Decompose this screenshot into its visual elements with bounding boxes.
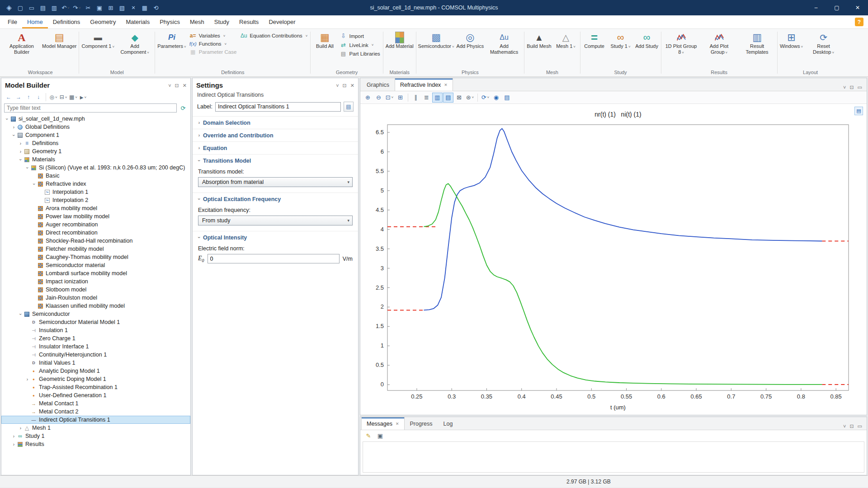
tree-item-lombardi-surface-mobility-model[interactable]: Lombardi surface mobility model xyxy=(1,269,190,277)
tree-item-zero-charge-1[interactable]: ⊣Zero Charge 1 xyxy=(1,334,190,343)
expander-icon[interactable]: › xyxy=(11,132,16,138)
section-domain-selection[interactable]: ›Domain Selection xyxy=(193,116,358,129)
tree-item-arora-mobility-model[interactable]: Arora mobility model xyxy=(1,204,190,212)
tab-refractive-index[interactable]: Refractive Index✕ xyxy=(395,78,453,91)
tree-item-auger-recombination[interactable]: Auger recombination xyxy=(1,221,190,229)
tab-graphics[interactable]: Graphics xyxy=(361,78,395,91)
panel-menu-button[interactable]: ˅ xyxy=(336,81,339,89)
legend-toggle-button[interactable]: ▤ xyxy=(443,93,453,103)
tree-item-insulation-1[interactable]: ⊣Insulation 1 xyxy=(1,326,190,334)
axis-limits-button[interactable]: ∥ xyxy=(410,93,421,103)
ribbon-result-templates-button[interactable]: ▥Result Templates xyxy=(738,30,776,56)
maximize-panel-button[interactable]: ▭ xyxy=(858,422,862,430)
tab-log[interactable]: Log xyxy=(438,417,458,430)
expander-icon[interactable]: › xyxy=(25,165,30,171)
zoom-in-button[interactable]: ⊕ xyxy=(363,93,373,103)
tree-item-semiconductor[interactable]: ›Semiconductor xyxy=(1,310,190,318)
tree-item-results[interactable]: ›Results xyxy=(1,440,190,448)
ribbon-study-1-button[interactable]: ∞Study 1˅ xyxy=(608,30,634,51)
ribbon-variables-button[interactable]: a=Variables˅ xyxy=(189,33,237,39)
ribbon-parameter-case-button[interactable]: ▦Parameter Case xyxy=(189,49,237,55)
expander-icon[interactable]: › xyxy=(18,141,24,146)
undo-button[interactable]: ↶˅ xyxy=(60,2,71,14)
ribbon-add-physics-button[interactable]: ◎Add Physics xyxy=(455,30,486,50)
model-settings-button[interactable]: ▦ xyxy=(139,2,150,14)
clear-log-button[interactable]: ✎ xyxy=(364,432,373,441)
tree-item-insulator-interface-1[interactable]: ⊣Insulator Interface 1 xyxy=(1,343,190,351)
menu-definitions[interactable]: Definitions xyxy=(48,15,85,28)
ribbon-component-1-button[interactable]: ▬Component 1˅ xyxy=(80,30,116,51)
expander-icon[interactable]: › xyxy=(32,181,37,187)
ribbon-import-button[interactable]: ⇩Import xyxy=(340,33,380,39)
section-transitions-model[interactable]: ›Transitions Model xyxy=(193,154,358,167)
tree-item-user-defined-generation-1[interactable]: ●User-Defined Generation 1 xyxy=(1,391,190,399)
tree-item-power-law-mobility-model[interactable]: Power law mobility model xyxy=(1,212,190,221)
menu-results[interactable]: Results xyxy=(234,15,264,28)
ribbon-livelink-button[interactable]: ⇄LiveLink˅ xyxy=(340,42,380,48)
snapshot-button[interactable]: ◉ xyxy=(491,93,501,103)
expander-icon[interactable]: › xyxy=(11,125,17,130)
filter-input[interactable] xyxy=(4,103,177,113)
expander-icon[interactable]: › xyxy=(18,157,23,163)
electric-field-norm-input[interactable] xyxy=(208,254,340,263)
section-optical-excitation-frequency[interactable]: ›Optical Excitation Frequency xyxy=(193,192,358,205)
tree-item-component-1[interactable]: ›Component 1 xyxy=(1,131,190,139)
lock-axes-button[interactable]: ⊠ xyxy=(454,93,464,103)
print-button[interactable]: ▤ xyxy=(502,93,512,103)
ribbon-build-all-button[interactable]: ▦Build All xyxy=(311,30,338,50)
tab-progress[interactable]: Progress xyxy=(405,417,438,430)
ribbon-semiconductor-button[interactable]: ▩Semiconductor˅ xyxy=(417,30,455,51)
tree-item-basic[interactable]: Basic xyxy=(1,172,190,180)
tree-item-si-solar-cell-1d-new-mph[interactable]: ›si_solar_cell_1d_new.mph xyxy=(1,115,190,123)
tree-item-materials[interactable]: ›Materials xyxy=(1,155,190,164)
maximize-panel-button[interactable]: ▭ xyxy=(858,83,862,91)
minimize-button[interactable]: – xyxy=(806,0,826,15)
close-panel-button[interactable]: ✕ xyxy=(183,81,187,89)
ribbon-application-builder-button[interactable]: AApplication Builder xyxy=(3,30,41,56)
tree-item-fletcher-mobility-model[interactable]: Fletcher mobility model xyxy=(1,245,190,253)
paste-button[interactable]: ⊞ xyxy=(105,2,116,14)
y-log-scale-button[interactable]: ≣ xyxy=(421,93,432,103)
name-toggle-button[interactable]: ▤ xyxy=(344,102,354,112)
tree-item-definitions[interactable]: ›≡Definitions xyxy=(1,139,190,147)
show-options-button[interactable]: ◎˅ xyxy=(49,93,58,102)
duplicate-button[interactable]: ▧ xyxy=(117,2,127,14)
tree-item-impact-ionization[interactable]: Impact ionization xyxy=(1,277,190,286)
ribbon-functions-button[interactable]: f(x)Functions˅ xyxy=(189,41,237,47)
tree-item-slotboom-model[interactable]: Slotboom model xyxy=(1,286,190,294)
scene-effects-button[interactable]: ⊛˅ xyxy=(465,93,475,103)
refresh-plot-button[interactable]: ⟳˅ xyxy=(480,93,491,103)
transitions-model-select[interactable]: Absorption from material▾ xyxy=(198,177,353,187)
maximize-button[interactable]: ▢ xyxy=(826,0,847,15)
menu-file[interactable]: File xyxy=(3,15,22,28)
ribbon-model-manager-button[interactable]: ▤Model Manager xyxy=(41,30,78,50)
close-tab-icon[interactable]: ✕ xyxy=(396,422,399,426)
nav-forward-button[interactable]: → xyxy=(14,93,23,102)
close-panel-button[interactable]: ✕ xyxy=(350,81,354,89)
ribbon-add-mathematics-button[interactable]: ΔuAdd Mathematics xyxy=(485,30,523,56)
tab-messages[interactable]: Messages✕ xyxy=(361,417,405,430)
save-as-button[interactable]: ▥ xyxy=(49,2,60,14)
tree-item-shockley-read-hall-recombination[interactable]: Shockley-Read-Hall recombination xyxy=(1,237,190,245)
label-input[interactable] xyxy=(215,102,341,112)
tree-item-metal-contact-1[interactable]: →Metal Contact 1 xyxy=(1,399,190,408)
expander-icon[interactable]: › xyxy=(18,311,23,317)
menu-home[interactable]: Home xyxy=(22,15,48,28)
ribbon-add-component-button[interactable]: ◆Add Component˅ xyxy=(116,30,154,56)
help-button[interactable]: ? xyxy=(855,18,863,26)
tree-item-semiconductor-material[interactable]: Semiconductor material xyxy=(1,261,190,269)
section-optical-intensity[interactable]: ›Optical Intensity xyxy=(193,231,358,244)
ribbon-add-material-button[interactable]: Add Material xyxy=(384,30,415,50)
zoom-box-button[interactable]: ⊡˅ xyxy=(384,93,395,103)
float-panel-button[interactable]: ⊡ xyxy=(175,81,179,89)
tree-item-mesh-1[interactable]: ›△Mesh 1 xyxy=(1,424,190,432)
tree-item-indirect-optical-transitions-1[interactable]: —Indirect Optical Transitions 1 xyxy=(1,416,190,424)
open-file-button[interactable]: ▭ xyxy=(26,2,37,14)
menu-study[interactable]: Study xyxy=(209,15,234,28)
tree-item-interpolation-2[interactable]: ~Interpolation 2 xyxy=(1,196,190,204)
tree-item-global-definitions[interactable]: ›Global Definitions xyxy=(1,123,190,131)
panel-menu-button[interactable]: ˅ xyxy=(168,81,171,89)
tree-item-refractive-index[interactable]: ›Refractive index xyxy=(1,180,190,188)
redo-button[interactable]: ↷˅ xyxy=(71,2,82,14)
compact-history-button[interactable]: ⟲ xyxy=(151,2,161,14)
